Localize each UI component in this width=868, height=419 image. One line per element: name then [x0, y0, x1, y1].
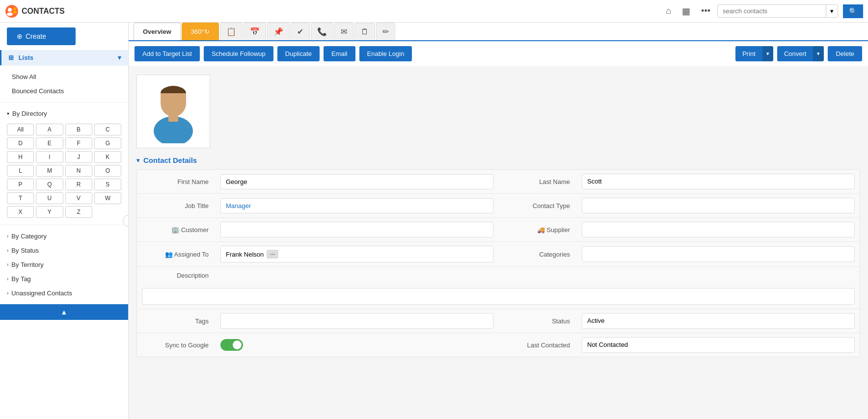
sidebar-item-bounced[interactable]: Bounced Contacts — [0, 84, 128, 98]
schedule-followup-button[interactable]: Schedule Followup — [204, 46, 273, 61]
dir-btn-f[interactable]: F — [65, 137, 92, 149]
dir-btn-u[interactable]: U — [36, 192, 63, 204]
dir-btn-a[interactable]: A — [36, 124, 63, 135]
tab-overview[interactable]: Overview — [134, 23, 181, 40]
last-name-display: Scott — [582, 174, 855, 189]
dir-btn-r[interactable]: R — [65, 179, 92, 190]
sync-toggle-wrap — [220, 339, 493, 351]
job-title-value — [216, 194, 498, 217]
assigned-to-label: 👥 Assigned To — [137, 246, 216, 263]
app-logo: CONTACTS — [5, 4, 65, 18]
tab-360[interactable]: 360°↻ — [182, 23, 219, 40]
charts-button[interactable]: ▦ — [680, 4, 692, 19]
dir-btn-m[interactable]: M — [36, 165, 63, 177]
create-label: Create — [26, 32, 46, 40]
tab-pin-icon[interactable]: 📌 — [267, 23, 290, 40]
bounced-contacts-label: Bounced Contacts — [12, 87, 64, 95]
tab-notes-icon[interactable]: 🗒 — [354, 23, 375, 40]
supplier-value — [577, 218, 860, 241]
sync-last-contacted-row: Sync to Google Last Contacted Not Contac… — [137, 333, 860, 357]
categories-label: Categories — [498, 246, 577, 263]
dir-btn-x[interactable]: X — [7, 206, 34, 218]
tab-calendar-icon[interactable]: 📅 — [244, 23, 266, 40]
job-title-input[interactable] — [220, 198, 493, 213]
delete-button[interactable]: Delete — [828, 46, 862, 61]
categories-display — [582, 246, 855, 262]
assigned-icon: 👥 — [165, 251, 173, 258]
email-label: Email — [331, 50, 348, 57]
tab-edit-icon[interactable]: ✏ — [376, 23, 395, 40]
dir-btn-q[interactable]: Q — [36, 179, 63, 190]
sidebar-group-territory[interactable]: › By Territory — [0, 258, 128, 272]
sidebar-item-show-all[interactable]: Show All — [0, 70, 128, 84]
dir-btn-e[interactable]: E — [36, 137, 63, 149]
sidebar-group-tag[interactable]: › By Tag — [0, 272, 128, 286]
sync-toggle[interactable] — [220, 339, 243, 351]
details-table: First Name Last Name Scott Job Title C — [136, 169, 860, 357]
scroll-top-button[interactable]: ▲ — [0, 304, 128, 320]
search-go-button[interactable]: 🔍 — [843, 4, 863, 18]
dir-btn-o[interactable]: O — [94, 165, 121, 177]
search-dropdown-button[interactable]: ▾ — [826, 5, 838, 17]
enable-login-button[interactable]: Enable Login — [359, 46, 412, 61]
dir-btn-z[interactable]: Z — [65, 206, 92, 218]
unassigned-contacts-label: Unassigned Contacts — [11, 289, 72, 297]
create-button[interactable]: ⊕ Create — [7, 27, 76, 45]
sidebar-lists-header[interactable]: ⊞ Lists ▾ — [0, 50, 128, 65]
tags-value — [216, 309, 498, 333]
add-to-target-button[interactable]: Add to Target List — [135, 46, 200, 61]
dir-btn-k[interactable]: K — [94, 151, 121, 163]
first-name-input[interactable] — [220, 174, 493, 189]
tab-email-icon[interactable]: ✉ — [334, 23, 353, 40]
dir-btn-w[interactable]: W — [94, 192, 121, 204]
assigned-to-more-button[interactable]: ··· — [267, 250, 278, 259]
dir-btn-g[interactable]: G — [94, 137, 121, 149]
customer-value — [216, 218, 498, 241]
duplicate-button[interactable]: Duplicate — [277, 46, 320, 61]
supplier-icon: 🚚 — [537, 226, 545, 234]
dir-btn-d[interactable]: D — [7, 137, 34, 149]
dir-btn-l[interactable]: L — [7, 165, 34, 177]
last-name-label: Last Name — [498, 173, 577, 190]
action-bar: Add to Target List Schedule Followup Dup… — [129, 41, 868, 67]
description-row: Description — [137, 267, 860, 309]
convert-button[interactable]: Convert — [777, 46, 814, 61]
print-button[interactable]: Print — [735, 46, 762, 61]
dir-btn-s[interactable]: S — [94, 179, 121, 190]
avatar — [136, 75, 210, 148]
create-plus-icon: ⊕ — [17, 32, 23, 40]
by-status-label: By Status — [11, 247, 39, 254]
contact-type-display — [582, 198, 855, 213]
dir-btn-h[interactable]: H — [7, 151, 34, 163]
home-button[interactable]: ⌂ — [664, 4, 673, 18]
sidebar-group-status[interactable]: › By Status — [0, 243, 128, 258]
tab-360-label: 360°↻ — [191, 28, 210, 35]
sidebar-group-directory[interactable]: ▾ By Directory — [0, 106, 128, 121]
dir-btn-i[interactable]: I — [36, 151, 63, 163]
tab-tasks-icon[interactable]: ✔ — [291, 23, 310, 40]
dir-btn-j[interactable]: J — [65, 151, 92, 163]
print-dropdown-button[interactable]: ▾ — [762, 46, 773, 61]
search-input[interactable] — [718, 5, 826, 17]
dir-btn-b[interactable]: B — [65, 124, 92, 135]
dir-btn-p[interactable]: P — [7, 179, 34, 190]
description-value — [137, 284, 860, 309]
more-button[interactable]: ••• — [699, 4, 712, 18]
dir-btn-n[interactable]: N — [65, 165, 92, 177]
sidebar: ⊕ Create ⊞ Lists ▾ Show All Bounced Cont… — [0, 23, 129, 419]
assigned-to-display: Frank Nelson ··· — [220, 246, 493, 262]
sidebar-group-unassigned[interactable]: › Unassigned Contacts — [0, 286, 128, 300]
tab-list-icon[interactable]: 📋 — [220, 23, 243, 40]
sidebar-group-category[interactable]: › By Category — [0, 229, 128, 243]
tab-calls-icon[interactable]: 📞 — [311, 23, 333, 40]
dir-btn-all[interactable]: All — [7, 124, 34, 135]
email-button[interactable]: Email — [324, 46, 355, 61]
convert-dropdown-button[interactable]: ▾ — [813, 46, 824, 61]
dir-btn-t[interactable]: T — [7, 192, 34, 204]
dir-btn-c[interactable]: C — [94, 124, 121, 135]
by-territory-label: By Territory — [11, 261, 44, 268]
dir-btn-v[interactable]: V — [65, 192, 92, 204]
dir-btn-y[interactable]: Y — [36, 206, 63, 218]
convert-label: Convert — [784, 50, 807, 57]
section-header[interactable]: ▾ Contact Details — [136, 156, 860, 164]
